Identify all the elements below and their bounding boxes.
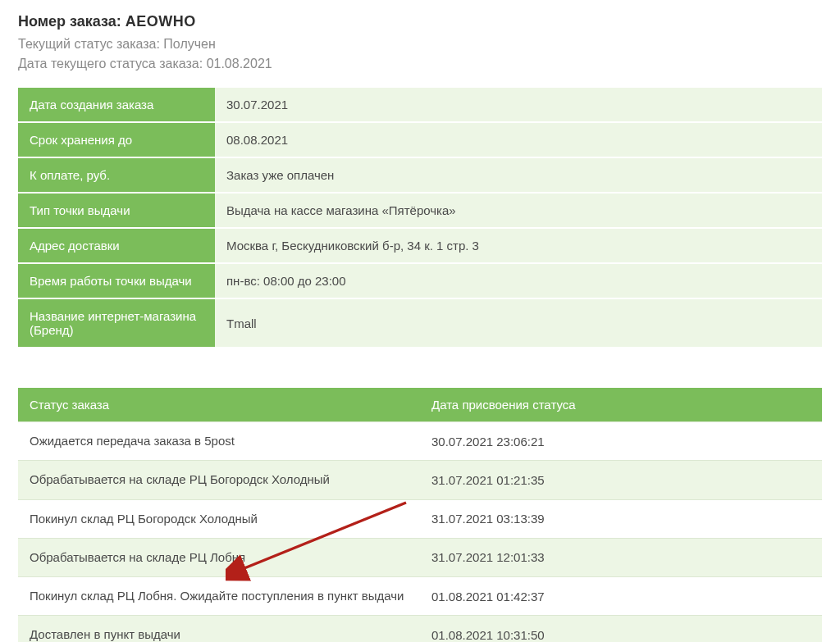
info-row: Дата создания заказа30.07.2021 xyxy=(18,88,822,122)
status-date-cell: 31.07.2021 03:13:39 xyxy=(420,499,822,538)
info-label: Дата создания заказа xyxy=(18,88,215,122)
status-row: Ожидается передача заказа в 5post30.07.2… xyxy=(18,422,822,461)
info-row: Тип точки выдачиВыдача на кассе магазина… xyxy=(18,193,822,228)
status-row: Обрабатывается на складе РЦ Лобня31.07.2… xyxy=(18,538,822,576)
info-label: Тип точки выдачи xyxy=(18,193,215,228)
info-row: Название интернет-магазина (Бренд)Tmall xyxy=(18,298,822,348)
status-row: Покинул склад РЦ Богородск Холодный31.07… xyxy=(18,499,822,538)
current-status-line: Текущий статус заказа: Получен xyxy=(18,37,822,52)
status-date-label: Дата текущего статуса заказа: xyxy=(18,57,203,71)
info-value: Выдача на кассе магазина «Пятёрочка» xyxy=(215,193,822,228)
info-label: Название интернет-магазина (Бренд) xyxy=(18,298,215,348)
info-value: 30.07.2021 xyxy=(215,88,822,122)
status-cell: Покинул склад РЦ Богородск Холодный xyxy=(18,499,420,538)
status-row: Обрабатывается на складе РЦ Богородск Хо… xyxy=(18,461,822,499)
status-label: Текущий статус заказа: xyxy=(18,37,160,51)
status-cell: Покинул склад РЦ Лобня. Ожидайте поступл… xyxy=(18,577,420,616)
info-row: Адрес доставкиМосква г, Бескудниковский … xyxy=(18,228,822,263)
status-cell: Обрабатывается на складе РЦ Богородск Хо… xyxy=(18,461,420,499)
info-row: Срок хранения до08.08.2021 xyxy=(18,122,822,157)
status-date-cell: 31.07.2021 01:21:35 xyxy=(420,461,822,499)
info-value: Tmall xyxy=(215,298,822,348)
info-row: К оплате, руб.Заказ уже оплачен xyxy=(18,157,822,193)
info-label: Срок хранения до xyxy=(18,122,215,157)
info-value: Москва г, Бескудниковский б-р, 34 к. 1 с… xyxy=(215,228,822,263)
current-status-date-line: Дата текущего статуса заказа: 01.08.2021 xyxy=(18,57,822,71)
info-value: 08.08.2021 xyxy=(215,122,822,157)
status-cell: Доставлен в пункт выдачи xyxy=(18,616,420,642)
status-cell: Обрабатывается на складе РЦ Лобня xyxy=(18,538,420,576)
info-label: Адрес доставки xyxy=(18,228,215,263)
order-number: AEOWHO xyxy=(126,13,196,30)
status-history-table: Статус заказа Дата присвоения статуса Ож… xyxy=(18,388,822,642)
status-date-cell: 01.08.2021 10:31:50 xyxy=(420,616,822,642)
status-col-header: Статус заказа xyxy=(18,388,420,422)
order-title: Номер заказа: AEOWHO xyxy=(18,13,822,30)
status-row: Доставлен в пункт выдачи01.08.2021 10:31… xyxy=(18,616,822,642)
info-value: пн-вс: 08:00 до 23:00 xyxy=(215,263,822,298)
status-value: Получен xyxy=(163,37,215,51)
date-col-header: Дата присвоения статуса xyxy=(420,388,822,422)
status-date-cell: 01.08.2021 01:42:37 xyxy=(420,577,822,616)
info-label: Время работы точки выдачи xyxy=(18,263,215,298)
status-date-cell: 30.07.2021 23:06:21 xyxy=(420,422,822,461)
order-label: Номер заказа: xyxy=(18,13,121,30)
info-label: К оплате, руб. xyxy=(18,157,215,193)
status-row: Покинул склад РЦ Лобня. Ожидайте поступл… xyxy=(18,577,822,616)
info-row: Время работы точки выдачипн-вс: 08:00 до… xyxy=(18,263,822,298)
status-date-cell: 31.07.2021 12:01:33 xyxy=(420,538,822,576)
info-value: Заказ уже оплачен xyxy=(215,157,822,193)
status-cell: Ожидается передача заказа в 5post xyxy=(18,422,420,461)
order-info-table: Дата создания заказа30.07.2021Срок хране… xyxy=(18,88,822,348)
status-date-value: 01.08.2021 xyxy=(207,57,272,71)
